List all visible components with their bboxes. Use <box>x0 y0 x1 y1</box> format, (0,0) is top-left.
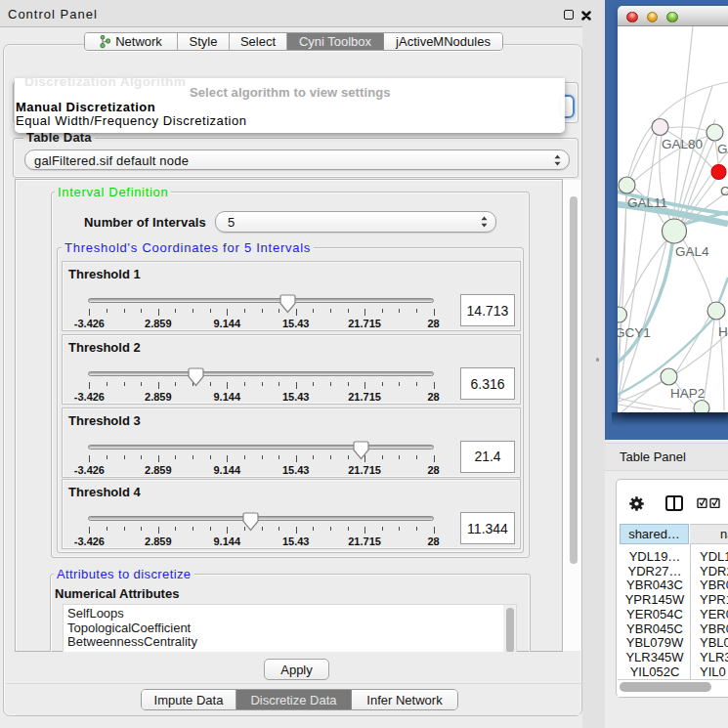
svg-text:GAL4: GAL4 <box>675 244 709 259</box>
svg-text:H: H <box>718 324 728 339</box>
svg-text:GAL11: GAL11 <box>627 195 667 210</box>
svg-text:C: C <box>720 184 728 198</box>
svg-text:HAP2: HAP2 <box>670 386 705 401</box>
svg-text:GAL80: GAL80 <box>662 137 703 151</box>
svg-text:GCY1: GCY1 <box>618 325 651 340</box>
svg-text:GA: GA <box>717 142 728 156</box>
